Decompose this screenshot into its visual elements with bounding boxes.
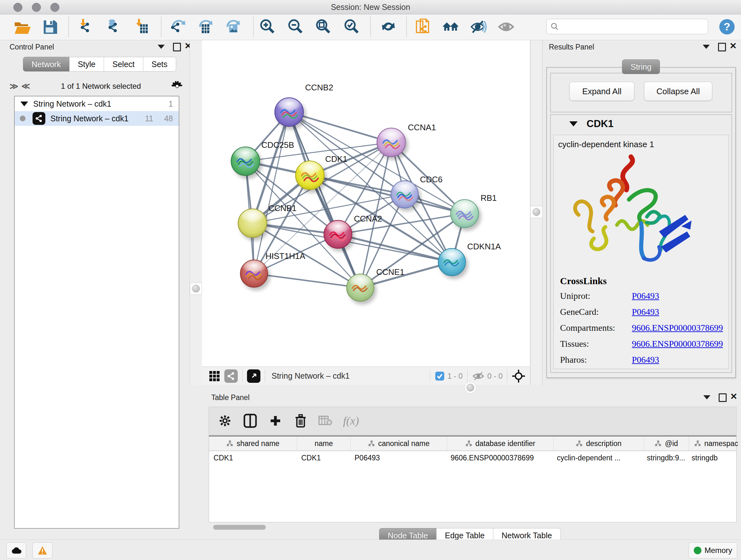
float-results-icon[interactable] [703, 45, 710, 49]
tab-string[interactable]: String [622, 59, 660, 74]
network-edge[interactable] [289, 112, 391, 142]
memory-button[interactable]: Memory [689, 543, 737, 558]
string-home-button[interactable] [439, 16, 462, 37]
selected-checkbox-icon[interactable] [434, 371, 445, 381]
hidden-eye-icon[interactable] [472, 371, 485, 381]
network-node-CCNB2[interactable] [274, 98, 304, 127]
column-header-namespac[interactable]: namespac [689, 436, 741, 450]
crosslink-value[interactable]: P06493 [632, 355, 659, 365]
float-table-icon[interactable] [703, 395, 711, 399]
cloud-status-button[interactable] [6, 543, 26, 558]
table-cell[interactable]: stringdb [687, 451, 741, 464]
network-node-HIST1H1A[interactable] [240, 260, 268, 288]
network-node-CDC25B[interactable] [231, 146, 260, 176]
network-options-gear-icon[interactable] [172, 81, 183, 91]
detach-view-icon[interactable] [247, 369, 260, 383]
splitter-grip-left[interactable] [190, 283, 202, 295]
network-canvas[interactable]: CCNB2CCNA1CDC25BCDK1CDC6RB1CCNB1CCNA2CDK… [202, 40, 530, 367]
network-node-RB1[interactable] [450, 199, 479, 228]
search-field[interactable] [546, 19, 708, 34]
column-header-description[interactable]: description [554, 436, 644, 450]
tab-style[interactable]: Style [69, 57, 105, 71]
warnings-button[interactable] [32, 543, 52, 558]
string-eye-button[interactable] [495, 16, 518, 37]
zoom-out-button[interactable] [284, 16, 307, 37]
close-results-icon[interactable]: ✕ [730, 43, 737, 49]
network-collection-row[interactable]: String Network – cdk1 1 [15, 97, 179, 111]
splitter-grip-right[interactable] [530, 206, 542, 218]
column-header-canonical-name[interactable]: canonical name [351, 436, 447, 450]
close-table-icon[interactable]: ✕ [730, 393, 738, 400]
table-options-gear-icon[interactable] [219, 415, 231, 427]
search-input[interactable] [561, 20, 708, 33]
maximize-results-icon[interactable] [718, 43, 726, 51]
table-row[interactable]: CDK1CDK1P064939606.ENSP00000378699cyclin… [209, 451, 736, 464]
float-panel-icon[interactable] [158, 45, 165, 49]
network-row[interactable]: String Network – cdk1 11 48 [15, 111, 179, 126]
zoom-in-button[interactable] [256, 16, 279, 37]
column-header-name[interactable]: name [297, 436, 351, 450]
table-hscrollbar[interactable] [213, 525, 266, 530]
expand-all-networks-icon[interactable]: ≫ [22, 81, 30, 91]
create-column-plus-icon[interactable] [269, 415, 282, 427]
crosslink-value[interactable]: P06493 [632, 307, 659, 317]
column-header-database-identifier[interactable]: database identifier [447, 436, 554, 450]
tab-sets[interactable]: Sets [143, 57, 176, 71]
collection-expand-icon[interactable] [20, 102, 28, 106]
zoom-selected-button[interactable] [340, 16, 363, 37]
network-node-CDC6[interactable] [391, 180, 419, 208]
export-image-button[interactable] [219, 16, 243, 37]
table-cell[interactable]: cyclin-dependent ... [552, 451, 643, 464]
birds-eye-view-icon[interactable] [512, 369, 525, 383]
network-node-CCNB1[interactable] [238, 208, 267, 238]
network-node-CCNA1[interactable] [377, 128, 406, 157]
table-cell[interactable]: CDK1 [209, 451, 297, 464]
grid-view-icon[interactable] [208, 369, 221, 383]
network-view-share-icon[interactable] [224, 369, 238, 383]
tab-network[interactable]: Network [23, 57, 70, 71]
collapse-all-networks-icon[interactable]: ≫ [10, 81, 17, 91]
node-label-RB1: RB1 [481, 193, 497, 203]
network-node-CDKN1A[interactable] [438, 248, 466, 276]
import-network-database-button[interactable] [103, 16, 125, 37]
refresh-button[interactable] [377, 16, 400, 37]
cloud-icon [11, 547, 22, 554]
export-table-button[interactable] [192, 16, 215, 37]
zoom-fit-button[interactable] [312, 16, 335, 37]
network-edge[interactable] [254, 273, 360, 288]
network-node-CCNA2[interactable] [324, 220, 352, 249]
table-cell[interactable]: 9606.ENSP00000378699 [446, 451, 552, 464]
column-header--id[interactable]: @id [644, 436, 689, 450]
table-cell[interactable]: P06493 [350, 451, 446, 464]
node-label-CCNB1: CCNB1 [268, 203, 296, 213]
maximize-panel-icon[interactable] [173, 43, 181, 51]
table-cell[interactable]: stringdb:9... [643, 451, 687, 464]
show-columns-icon[interactable] [244, 414, 257, 428]
table-cell[interactable]: CDK1 [297, 451, 350, 464]
network-node-CCNE1[interactable] [346, 273, 374, 302]
expand-all-button[interactable]: Expand All [569, 82, 634, 101]
save-session-button[interactable] [39, 16, 62, 37]
node-table[interactable]: shared namename canonical name database … [209, 435, 737, 522]
export-network-button[interactable] [165, 16, 188, 37]
maximize-table-icon[interactable] [719, 393, 727, 402]
crosslink-value[interactable]: 9606.ENSP00000378699 [632, 339, 723, 349]
help-button[interactable]: ? [716, 16, 738, 37]
import-network-file-button[interactable] [75, 16, 98, 37]
column-header-shared-name[interactable]: shared name [209, 436, 297, 450]
string-import-button[interactable] [411, 16, 434, 37]
string-hide-button[interactable] [467, 16, 490, 37]
crosslink-value[interactable]: P06493 [632, 291, 659, 301]
tab-select[interactable]: Select [104, 57, 143, 71]
network-node-CDK1[interactable] [295, 161, 325, 190]
results-scroll-area[interactable]: CDK1 cyclin-dependent kinase 1 [550, 114, 732, 373]
gene-collapse-icon[interactable] [569, 121, 578, 126]
network-edge[interactable] [254, 112, 289, 273]
gene-section-header[interactable]: CDK1 [551, 115, 731, 133]
vertical-splitter-left[interactable] [190, 40, 202, 385]
import-table-button[interactable] [131, 16, 153, 37]
open-session-button[interactable] [10, 16, 33, 37]
collapse-all-button[interactable]: Collapse All [644, 82, 712, 101]
delete-column-trash-icon[interactable] [294, 414, 307, 428]
crosslink-value[interactable]: 9606.ENSP00000378699 [632, 323, 723, 333]
